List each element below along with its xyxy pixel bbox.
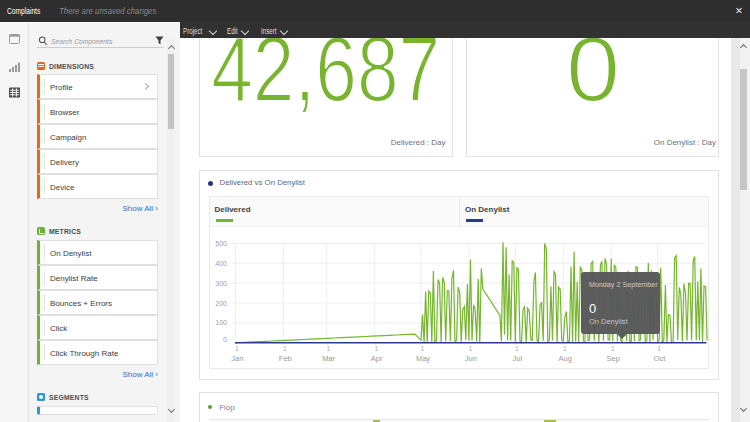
svg-text:Mar: Mar [322,354,335,363]
svg-text:1: 1 [515,345,519,352]
svg-text:Feb: Feb [279,354,292,363]
svg-text:0: 0 [223,336,227,343]
svg-text:1: 1 [468,345,472,352]
svg-text:1: 1 [283,345,287,352]
svg-text:1: 1 [235,345,239,352]
svg-text:Sep: Sep [607,354,620,363]
svg-text:42,687: 42,687 [211,26,440,120]
svg-text:1: 1 [326,345,330,352]
svg-text:1: 1 [563,345,567,352]
svg-text:1: 1 [611,345,615,352]
svg-text:Jul: Jul [513,354,523,363]
svg-text:300: 300 [215,279,227,286]
svg-text:Jun: Jun [465,354,477,363]
svg-text:400: 400 [215,259,227,266]
svg-text:Jan: Jan [231,354,243,363]
svg-text:500: 500 [215,239,227,246]
svg-text:1: 1 [374,345,378,352]
svg-text:May: May [416,354,430,363]
svg-text:Apr: Apr [371,354,383,363]
svg-text:0: 0 [566,26,620,120]
svg-text:100: 100 [215,319,227,326]
svg-text:200: 200 [215,299,227,306]
svg-text:Oct: Oct [654,354,667,363]
svg-text:1: 1 [421,345,425,352]
svg-text:1: 1 [657,345,661,352]
svg-text:Aug: Aug [559,354,572,363]
